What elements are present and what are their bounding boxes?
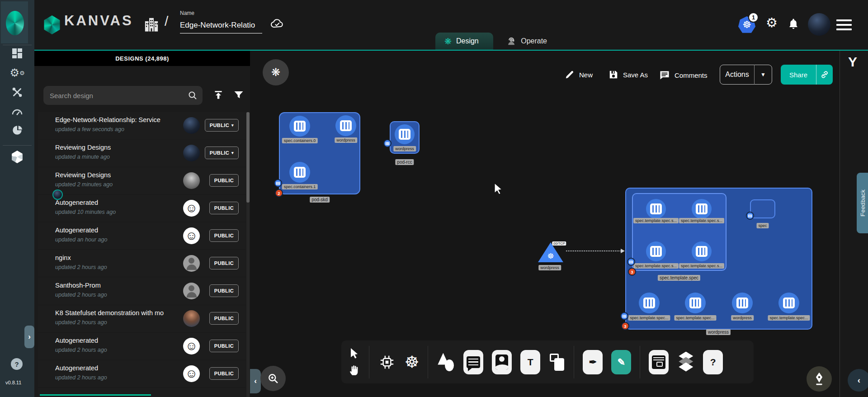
import-design-icon[interactable] bbox=[212, 90, 224, 101]
visibility-badge[interactable]: PUBLIC bbox=[209, 229, 239, 242]
menu-icon[interactable] bbox=[836, 19, 852, 30]
freehand-tool[interactable]: ✎ bbox=[611, 350, 631, 374]
container-node[interactable] bbox=[732, 293, 753, 313]
pan-tool[interactable] bbox=[349, 364, 360, 376]
error-count-badge[interactable]: 2 bbox=[275, 189, 283, 197]
filter-icon[interactable] bbox=[233, 90, 244, 100]
visibility-badge[interactable]: PUBLIC bbox=[209, 340, 239, 352]
pod-kind-badge[interactable] bbox=[383, 139, 392, 147]
service-edge[interactable] bbox=[566, 250, 621, 251]
help-tool[interactable]: ? bbox=[703, 350, 723, 374]
merge-icon[interactable]: Y bbox=[848, 54, 857, 70]
design-list-item[interactable]: nginx updated 2 hours ago PUBLIC bbox=[38, 250, 246, 277]
design-name-input[interactable] bbox=[180, 20, 262, 33]
search-icon[interactable] bbox=[187, 90, 198, 101]
actions-button[interactable]: Actions ▼ bbox=[720, 65, 772, 85]
copy-link-icon[interactable] bbox=[816, 70, 833, 79]
design-list-item[interactable]: Autogenerated updated 2 hours ago PUBLIC bbox=[38, 333, 246, 359]
settings-gear-icon[interactable]: ⚙ bbox=[766, 16, 778, 29]
component-tool[interactable] bbox=[378, 353, 396, 371]
pen-tool[interactable]: ✒ bbox=[583, 350, 603, 374]
pen-nib-button[interactable] bbox=[807, 366, 832, 392]
help-icon[interactable]: ? bbox=[11, 358, 23, 370]
design-list-item[interactable]: Santhosh-Prom updated 2 hours ago PUBLIC bbox=[38, 278, 246, 304]
chevron-down-icon[interactable]: ▼ bbox=[755, 71, 772, 78]
visibility-badge[interactable]: PUBLIC bbox=[209, 202, 239, 214]
error-count-badge[interactable]: 3 bbox=[628, 268, 636, 276]
cursor-tool[interactable] bbox=[349, 348, 360, 359]
configuration-icon[interactable] bbox=[10, 85, 24, 99]
pod-kind-badge[interactable] bbox=[746, 212, 754, 220]
container-node[interactable] bbox=[646, 241, 666, 261]
save-as-button[interactable]: Save As bbox=[609, 70, 648, 80]
container-icon bbox=[696, 203, 708, 214]
tab-design[interactable]: ❋ Design bbox=[435, 33, 493, 50]
drawer-tool[interactable] bbox=[649, 350, 669, 374]
container-node[interactable] bbox=[335, 115, 356, 136]
design-list-item[interactable]: Autogenerated updated 10 minutes ago PUB… bbox=[38, 195, 246, 222]
pod-kind-badge[interactable] bbox=[627, 258, 635, 266]
user-avatar[interactable] bbox=[808, 13, 830, 36]
canvas-menu-flower-icon[interactable]: ❋ bbox=[263, 59, 289, 85]
container-node[interactable] bbox=[692, 199, 712, 219]
pod-template-group-node[interactable] bbox=[632, 193, 726, 271]
container-node[interactable] bbox=[289, 162, 310, 183]
container-node[interactable] bbox=[778, 293, 799, 313]
visibility-badge[interactable]: PUBLIC bbox=[209, 174, 239, 187]
collapse-right-chevron[interactable]: ‹ bbox=[848, 369, 868, 392]
design-list-item-partial[interactable] bbox=[38, 388, 246, 397]
visibility-badge[interactable]: PUBLIC bbox=[209, 257, 239, 269]
pod-kind-badge[interactable] bbox=[274, 179, 282, 187]
design-list-item[interactable]: Autogenerated updated an hour ago PUBLIC bbox=[38, 222, 246, 249]
lifecycle-icon[interactable]: ⚙ bbox=[10, 66, 24, 80]
performance-icon[interactable] bbox=[10, 104, 24, 118]
tab-operate[interactable]: Operate bbox=[497, 33, 556, 50]
kubernetes-icon: ☸ bbox=[547, 251, 554, 261]
visibility-badge[interactable]: PUBLIC bbox=[209, 367, 239, 380]
design-updated: updated a few seconds ago bbox=[55, 126, 124, 132]
container-node[interactable] bbox=[692, 241, 712, 261]
image-tool[interactable] bbox=[492, 350, 512, 374]
design-list-item[interactable]: Reviewing Designs updated 2 minutes ago … bbox=[38, 167, 246, 194]
collapse-panel-chevron[interactable]: ‹ bbox=[250, 369, 261, 393]
kubernetes-tool[interactable]: ☸ bbox=[405, 354, 419, 370]
comment-tool[interactable] bbox=[463, 350, 483, 374]
container-node[interactable] bbox=[646, 199, 666, 219]
design-list-item[interactable]: Edge-Network-Relationship: Service updat… bbox=[38, 112, 246, 139]
floppy-icon bbox=[609, 70, 618, 80]
share-button[interactable]: Share bbox=[781, 65, 833, 85]
visibility-badge[interactable]: PUBLIC▾ bbox=[205, 147, 239, 159]
search-input[interactable] bbox=[50, 86, 185, 105]
note-tool[interactable] bbox=[549, 353, 565, 372]
dashboard-icon[interactable] bbox=[10, 46, 24, 61]
app-logo-button[interactable] bbox=[1, 1, 28, 43]
error-count-badge[interactable]: 3 bbox=[621, 322, 629, 330]
container-node[interactable] bbox=[685, 293, 706, 313]
design-list-item[interactable]: Reviewing Designs updated a minute ago P… bbox=[38, 140, 246, 166]
design-list-item[interactable]: Autogenerated updated 2 hours ago PUBLIC bbox=[38, 360, 246, 387]
container-node[interactable] bbox=[395, 124, 415, 144]
feedback-tab[interactable]: Feedback bbox=[857, 173, 868, 233]
container-node[interactable] bbox=[639, 293, 660, 313]
new-button[interactable]: New bbox=[565, 70, 593, 80]
visibility-badge[interactable]: PUBLIC bbox=[209, 284, 239, 297]
text-tool[interactable]: T bbox=[520, 350, 540, 374]
organization-icon[interactable] bbox=[144, 16, 159, 33]
design-name: Reviewing Designs bbox=[55, 171, 111, 179]
comments-button[interactable]: Comments bbox=[659, 70, 708, 80]
kanvas-rail-icon[interactable] bbox=[10, 150, 24, 164]
design-list-item[interactable]: K8 Statefulset demonstration with mo upd… bbox=[38, 305, 246, 332]
visibility-badge[interactable]: PUBLIC▾ bbox=[205, 119, 239, 132]
extensions-icon[interactable] bbox=[10, 123, 24, 137]
layers-tool[interactable] bbox=[677, 352, 694, 373]
container-node[interactable] bbox=[289, 116, 310, 137]
shapes-tool[interactable] bbox=[437, 352, 455, 372]
deployment-kind-badge[interactable] bbox=[620, 312, 628, 320]
rail-expand-chevron[interactable]: › bbox=[24, 326, 34, 348]
notifications-bell-icon[interactable] bbox=[788, 18, 799, 31]
panel-scrollbar-thumb[interactable] bbox=[246, 112, 250, 203]
zoom-in-button[interactable] bbox=[260, 366, 286, 391]
service-node[interactable]: ☸ bbox=[538, 242, 563, 265]
design-canvas[interactable]: ❋ New Save As Comments Actions ▼ Share bbox=[250, 51, 840, 397]
visibility-badge[interactable]: PUBLIC bbox=[209, 312, 239, 325]
